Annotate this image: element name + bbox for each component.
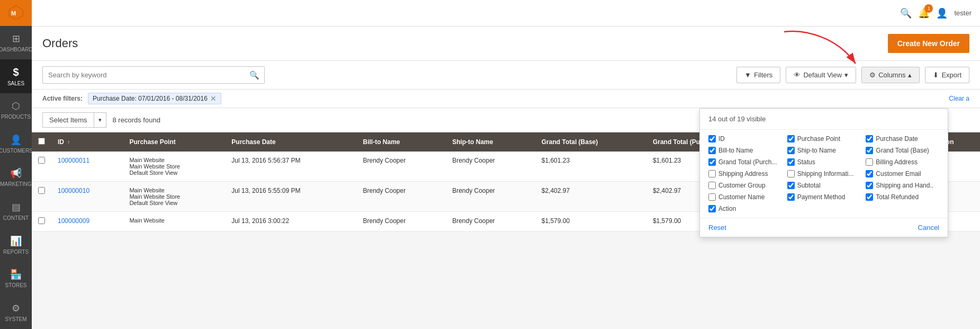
row-bill-to: Brendy Cooper (356, 152, 446, 182)
header-ship-to[interactable]: Ship-to Name (446, 132, 535, 152)
column-label[interactable]: Total Refunded (876, 193, 919, 201)
columns-reset-button[interactable]: Reset (708, 224, 726, 232)
column-checkbox[interactable] (787, 158, 795, 166)
order-id-link[interactable]: 100000009 (58, 217, 89, 225)
column-checkbox[interactable] (708, 182, 716, 189)
column-checkbox[interactable] (708, 205, 716, 212)
column-label[interactable]: Payment Method (797, 193, 846, 201)
column-checkbox[interactable] (708, 193, 716, 201)
sidebar-item-label: Customers (0, 148, 32, 154)
column-label[interactable]: Ship-to Name (797, 147, 836, 154)
column-checkbox[interactable] (708, 170, 716, 177)
search-submit-icon[interactable]: 🔍 (249, 70, 259, 80)
sidebar-item-content[interactable]: ▤ Content (0, 194, 32, 228)
sidebar-item-products[interactable]: ⬡ Products (0, 93, 32, 127)
sidebar-item-reports[interactable]: 📊 Reports (0, 228, 32, 262)
row-purchase-point: Main Website (123, 212, 225, 232)
select-items-dropdown-button[interactable]: ▾ (94, 112, 106, 128)
column-checkbox[interactable] (787, 193, 795, 201)
row-checkbox[interactable] (38, 157, 45, 164)
column-label[interactable]: Grand Total (Base) (876, 147, 929, 154)
column-label[interactable]: Customer Name (718, 193, 765, 201)
column-label[interactable]: Shipping and Hand.. (876, 182, 933, 189)
column-label[interactable]: Customer Group (718, 182, 766, 189)
notifications-wrap[interactable]: 🔔 1 (918, 7, 930, 19)
sidebar-item-dashboard[interactable]: ⊞ Dashboard (0, 26, 32, 60)
column-label[interactable]: Customer Email (876, 170, 921, 177)
system-icon: ⚙ (12, 303, 20, 314)
export-button[interactable]: ⬇ Export (925, 67, 969, 83)
columns-cancel-button[interactable]: Cancel (918, 224, 939, 232)
default-view-button[interactable]: 👁 Default View ▾ (786, 67, 856, 83)
search-icon[interactable]: 🔍 (900, 7, 912, 19)
sidebar-item-label: System (5, 316, 26, 322)
column-label[interactable]: Purchase Date (876, 135, 918, 143)
column-item: Purchase Date (866, 135, 939, 143)
sidebar-item-system[interactable]: ⚙ System (0, 295, 32, 329)
header-bill-to[interactable]: Bill-to Name (356, 132, 446, 152)
sidebar-item-customers[interactable]: 👤 Customers (0, 127, 32, 161)
column-checkbox[interactable] (866, 158, 873, 166)
content-icon: ▤ (12, 201, 21, 213)
filters-bar: Active filters: Purchase Date: 07/01/201… (32, 90, 980, 108)
user-label[interactable]: tester (954, 9, 972, 17)
column-checkbox[interactable] (866, 147, 873, 154)
row-ship-to: Brendy Cooper (446, 182, 535, 212)
column-item: Ship-to Name (787, 147, 861, 154)
header-grand-base[interactable]: Grand Total (Base) (535, 132, 646, 152)
column-checkbox[interactable] (866, 135, 873, 143)
header-id[interactable]: ID ↑ (51, 132, 123, 152)
column-checkbox[interactable] (708, 135, 716, 143)
columns-button[interactable]: ⚙ Columns ▴ (861, 67, 920, 83)
filter-icon: ▼ (744, 71, 751, 79)
column-item: Billing Address (866, 158, 939, 166)
column-checkbox[interactable] (866, 170, 873, 177)
order-id-link[interactable]: 100000010 (58, 187, 89, 194)
row-bill-to: Brendy Cooper (356, 182, 446, 212)
column-label[interactable]: Purchase Point (797, 135, 840, 143)
row-id: 100000009 (51, 212, 123, 232)
filter-tag: Purchase Date: 07/01/2016 - 08/31/2016 ✕ (88, 93, 221, 104)
column-label[interactable]: Subtotal (797, 182, 821, 189)
column-label[interactable]: ID (718, 135, 725, 143)
column-label[interactable]: Grand Total (Purch... (718, 158, 777, 166)
column-checkbox[interactable] (787, 182, 795, 189)
chevron-up-icon: ▴ (908, 71, 912, 79)
column-label[interactable]: Shipping Address (718, 170, 768, 177)
header-purchase-date[interactable]: Purchase Date (225, 132, 356, 152)
select-items-button[interactable]: Select Items (42, 112, 94, 128)
header-purchase-point[interactable]: Purchase Point (123, 132, 225, 152)
search-input[interactable] (42, 66, 265, 84)
row-checkbox[interactable] (38, 187, 45, 194)
sidebar-item-stores[interactable]: 🏪 Stores (0, 262, 32, 296)
row-id: 100000010 (51, 182, 123, 212)
sidebar-item-marketing[interactable]: 📢 Marketing (0, 161, 32, 194)
column-checkbox[interactable] (787, 170, 795, 177)
column-label[interactable]: Status (797, 158, 815, 166)
select-all-checkbox[interactable] (38, 138, 45, 145)
order-id-link[interactable]: 100000011 (58, 157, 89, 164)
row-checkbox[interactable] (38, 217, 45, 224)
column-item: Shipping Informati... (787, 170, 861, 177)
column-label[interactable]: Shipping Informati... (797, 170, 854, 177)
create-order-button[interactable]: Create New Order (888, 34, 969, 53)
filters-button[interactable]: ▼ Filters (736, 67, 780, 83)
column-checkbox[interactable] (787, 135, 795, 143)
columns-dropdown: 14 out of 19 visible ID Purchase Point P… (699, 108, 948, 237)
column-label[interactable]: Action (718, 205, 736, 212)
filter-remove-button[interactable]: ✕ (210, 94, 217, 103)
column-checkbox[interactable] (708, 158, 716, 166)
column-checkbox[interactable] (866, 193, 873, 201)
sidebar-item-label: Products (1, 114, 31, 120)
sidebar-item-sales[interactable]: $ Sales (0, 59, 32, 93)
column-item: Total Refunded (866, 193, 939, 201)
column-label[interactable]: Bill-to Name (718, 147, 753, 154)
column-checkbox[interactable] (787, 147, 795, 154)
column-checkbox[interactable] (866, 182, 873, 189)
page-title: Orders (42, 37, 78, 50)
row-grand-base: $1,601.23 (535, 152, 646, 182)
column-label[interactable]: Billing Address (876, 158, 918, 166)
clear-filters-button[interactable]: Clear a (949, 95, 969, 102)
column-checkbox[interactable] (708, 147, 716, 154)
row-grand-base: $1,579.00 (535, 212, 646, 232)
